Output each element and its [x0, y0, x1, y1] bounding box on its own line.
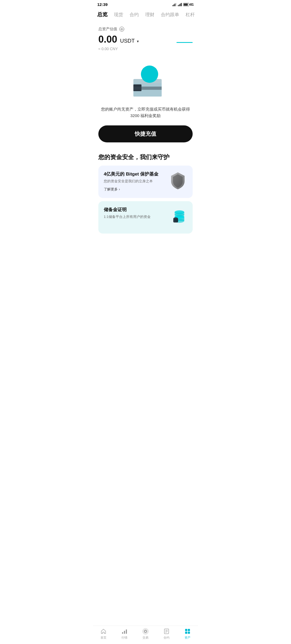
status-time: 12:39: [97, 2, 108, 7]
card1-content: 4亿美元的 Bitget 保护基金 您的资金安全是我们的立身之本 了解更多 ›: [104, 171, 166, 192]
nav-tabs: 总览 现货 合约 理财 合约跟单 杠杆: [93, 8, 198, 22]
card2-subtitle: 1:1储备平台上所有用户的资金: [104, 214, 166, 219]
chevron-right-icon: ›: [119, 187, 120, 191]
eye-icon[interactable]: [119, 27, 124, 32]
empty-state-svg: [119, 57, 172, 101]
asset-currency: USDT: [120, 38, 135, 44]
battery-percent: 81: [190, 3, 194, 6]
status-icons: 81: [172, 3, 194, 6]
svg-rect-14: [133, 87, 162, 90]
card2-content: 储备金证明 1:1储备平台上所有用户的资金: [104, 207, 166, 222]
main-content: 总资产估值 0.00 USDT ▾ ≈ 0.00 CNY: [93, 22, 198, 263]
asset-line-decoration: [176, 42, 193, 43]
svg-rect-1: [174, 4, 174, 6]
card1-subtitle: 您的资金安全是我们的立身之本: [104, 179, 166, 184]
asset-cny-value: ≈ 0.00 CNY: [98, 47, 193, 51]
card1-icon-area: [168, 171, 187, 190]
signal-icon: [172, 3, 177, 6]
svg-rect-0: [172, 5, 173, 6]
reserve-proof-card[interactable]: 储备金证明 1:1储备平台上所有用户的资金: [98, 201, 193, 234]
tab-overview[interactable]: 总览: [97, 10, 111, 19]
svg-rect-3: [176, 3, 176, 6]
svg-rect-7: [181, 3, 182, 6]
asset-value: 0.00: [98, 34, 117, 45]
svg-rect-2: [175, 4, 175, 6]
asset-value-group: 0.00 USDT ▾: [98, 34, 139, 45]
card1-title: 4亿美元的 Bitget 保护基金: [104, 171, 166, 177]
tab-contract[interactable]: 合约: [126, 11, 142, 19]
coins-icon: [169, 207, 187, 225]
svg-point-20: [175, 210, 184, 214]
tab-leverage[interactable]: 杠杆: [182, 11, 198, 19]
asset-value-row: 0.00 USDT ▾: [98, 34, 193, 45]
asset-label-text: 总资产估值: [98, 27, 117, 32]
svg-rect-4: [178, 5, 179, 6]
signal2-icon: [178, 3, 182, 6]
security-title: 您的资金安全，我们来守护: [98, 153, 193, 161]
svg-rect-6: [180, 4, 181, 6]
empty-illustration: [98, 57, 193, 101]
protection-fund-card[interactable]: 4亿美元的 Bitget 保护基金 您的资金安全是我们的立身之本 了解更多 ›: [98, 166, 193, 198]
svg-point-13: [141, 66, 158, 83]
tab-finance[interactable]: 理财: [142, 11, 158, 19]
card2-icon-area: [168, 207, 187, 225]
svg-rect-5: [179, 4, 180, 6]
asset-label-row: 总资产估值: [98, 27, 193, 32]
shield-icon: [170, 171, 186, 190]
card2-title: 储备金证明: [104, 207, 166, 213]
tab-spot[interactable]: 现货: [111, 11, 126, 19]
currency-dropdown-icon[interactable]: ▾: [137, 39, 139, 43]
deposit-button[interactable]: 快捷充值: [98, 125, 193, 142]
card1-link[interactable]: 了解更多 ›: [104, 187, 166, 192]
empty-state-text: 您的账户尚无资产，立即充值或买币就有机会获得 3200 福利金奖励: [101, 106, 190, 119]
svg-point-9: [122, 29, 122, 29]
svg-point-22: [173, 217, 178, 220]
tab-copy-trade[interactable]: 合约跟单: [158, 11, 182, 19]
status-bar: 12:39 81: [93, 0, 198, 8]
battery-icon: [183, 3, 189, 6]
